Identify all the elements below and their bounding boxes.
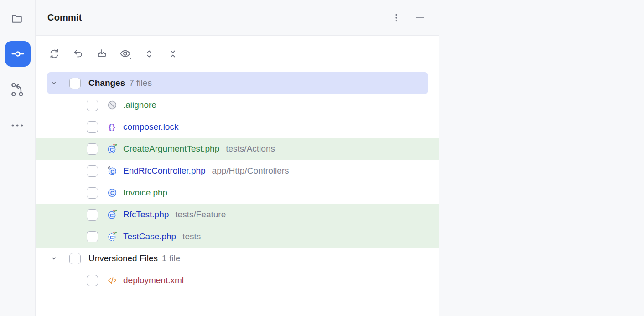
php-test-class-icon: C: [107, 209, 118, 220]
view-options-button[interactable]: [119, 47, 132, 60]
file-row[interactable]: C RfcTest.php tests/Feature: [36, 204, 439, 226]
file-checkbox[interactable]: [87, 165, 98, 177]
xml-file-icon: [107, 275, 118, 286]
commit-tool-window: Commit: [36, 0, 439, 316]
more-horizontal-icon: [10, 120, 25, 131]
file-row[interactable]: C CreateArgumentTest.php tests/Actions: [36, 138, 439, 160]
file-checkbox[interactable]: [87, 187, 98, 199]
file-path: app/Http/Controllers: [212, 166, 289, 176]
git-branches-icon: [10, 81, 25, 98]
refresh-button[interactable]: [48, 47, 61, 60]
collapse-all-button[interactable]: [166, 47, 179, 60]
project-tool-button[interactable]: [9, 11, 25, 26]
json-file-icon: {}: [107, 121, 118, 132]
svg-text:C: C: [110, 213, 114, 218]
rollback-button[interactable]: [72, 47, 84, 60]
file-checkbox[interactable]: [87, 100, 98, 111]
php-test-class-icon: C: [107, 143, 118, 154]
ignored-file-icon: [107, 100, 118, 111]
file-name: CreateArgumentTest.php: [123, 144, 219, 154]
php-class-icon: C: [107, 187, 118, 198]
changes-tree: Changes 7 files .aiignore: [36, 72, 439, 316]
file-path: tests: [182, 232, 201, 242]
commit-tool-button-active[interactable]: [5, 41, 31, 67]
file-name: EndRfcController.php: [123, 166, 206, 176]
ide-window: Commit: [0, 0, 644, 316]
file-name: .aiignore: [123, 100, 156, 110]
undo-icon: [72, 48, 84, 60]
changelist-row-unversioned[interactable]: Unversioned Files 1 file: [47, 248, 428, 269]
shelve-silently-button[interactable]: [95, 47, 108, 60]
group-label: Changes: [88, 78, 125, 88]
chevron-down-icon[interactable]: [48, 78, 59, 89]
file-name: Invoice.php: [123, 188, 167, 198]
shelve-icon: [96, 48, 108, 60]
commit-icon: [10, 47, 25, 61]
file-name: RfcTest.php: [123, 210, 169, 220]
file-path: tests/Feature: [175, 210, 226, 220]
changes-checkbox[interactable]: [69, 78, 81, 89]
tool-window-stripe: [0, 0, 36, 316]
unversioned-checkbox[interactable]: [69, 253, 81, 264]
svg-text:C: C: [110, 147, 114, 153]
collapse-all-icon: [167, 48, 179, 60]
file-row[interactable]: C Invoice.php: [36, 182, 439, 204]
hide-panel-button[interactable]: [414, 12, 426, 24]
file-checkbox[interactable]: [87, 231, 98, 242]
php-class-hooked-icon: C: [107, 165, 118, 176]
file-name: deployment.xml: [123, 275, 184, 285]
file-row[interactable]: {} composer.lock: [36, 116, 439, 138]
file-checkbox[interactable]: [87, 143, 98, 155]
svg-text:C: C: [110, 169, 114, 174]
svg-text:C: C: [110, 235, 114, 240]
refresh-icon: [48, 48, 60, 60]
chevron-down-icon[interactable]: [48, 253, 59, 264]
panel-title: Commit: [47, 12, 82, 23]
kebab-menu-icon: [391, 13, 401, 23]
background-area: [439, 0, 644, 316]
file-row[interactable]: deployment.xml: [36, 269, 439, 291]
panel-options-button[interactable]: [390, 12, 402, 24]
svg-text:{}: {}: [109, 123, 116, 132]
group-label: Unversioned Files: [88, 253, 158, 263]
file-checkbox[interactable]: [87, 121, 98, 133]
file-checkbox[interactable]: [87, 275, 98, 286]
version-control-tool-button[interactable]: [9, 80, 26, 99]
file-row[interactable]: .aiignore: [36, 94, 439, 116]
file-name: TestCase.php: [123, 232, 176, 242]
more-tools-button[interactable]: [9, 119, 26, 132]
file-row[interactable]: C EndRfcController.php app/Http/Controll…: [36, 160, 439, 182]
file-row[interactable]: C TestCase.php tests: [36, 226, 439, 248]
eye-dropdown-icon: [119, 47, 132, 60]
expand-all-button[interactable]: [143, 47, 156, 60]
file-checkbox[interactable]: [87, 209, 98, 221]
minimize-icon: [415, 12, 426, 23]
expand-all-icon: [143, 48, 155, 60]
commit-panel-header: Commit: [36, 0, 439, 36]
group-count: 1 file: [162, 253, 180, 263]
commit-toolbar: [36, 36, 439, 72]
file-name: composer.lock: [123, 122, 178, 132]
group-count: 7 files: [129, 78, 152, 88]
file-path: tests/Actions: [226, 144, 275, 154]
changelist-row-changes[interactable]: Changes 7 files: [47, 72, 428, 94]
svg-text:C: C: [110, 190, 114, 196]
folder-icon: [10, 12, 23, 25]
php-abstract-test-icon: C: [107, 231, 118, 242]
